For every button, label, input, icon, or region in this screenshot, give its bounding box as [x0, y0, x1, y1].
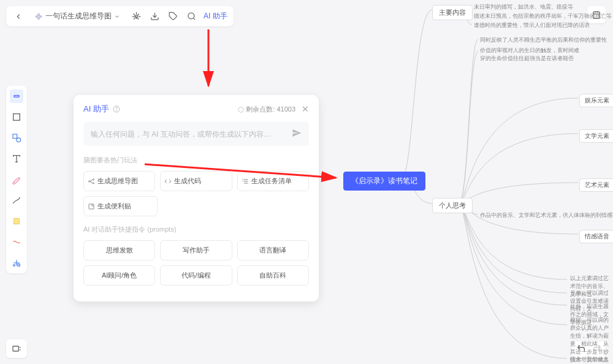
- ai-assist-button[interactable]: AI 助手: [204, 11, 227, 21]
- svg-point-22: [116, 110, 117, 111]
- tool-more[interactable]: [10, 256, 23, 270]
- tool-text[interactable]: [10, 152, 23, 165]
- mindmap-leaf[interactable]: 综合对我们做人通晓的世界和信仰和一人: [570, 355, 613, 364]
- svg-line-28: [90, 181, 93, 183]
- mindmap-category[interactable]: 娱乐元素: [579, 94, 613, 107]
- svg-rect-4: [13, 114, 20, 121]
- svg-line-27: [90, 180, 93, 181]
- prompt-translate[interactable]: 语言翻译: [237, 240, 309, 260]
- mindmap-root[interactable]: 《启示录》读书笔记: [343, 172, 425, 191]
- svg-rect-5: [13, 134, 17, 138]
- tool-shape[interactable]: [10, 131, 23, 145]
- top-toolbar: 一句话生成思维导图 AI 助手: [6, 6, 234, 26]
- mindmap-leaf[interactable]: 价值的审视对人的生日的触发，直时间难穿的生命价值往往超强当是在该者能否: [480, 47, 584, 63]
- svg-rect-14: [13, 346, 18, 351]
- mindmap-category[interactable]: 情感语音: [579, 230, 613, 243]
- svg-line-2: [193, 18, 195, 20]
- prompt-role[interactable]: AI顾问/角色: [83, 265, 155, 286]
- prompt-writing[interactable]: 写作助手: [160, 240, 232, 260]
- svg-point-24: [89, 181, 90, 182]
- mindmap-leaf[interactable]: 同时反映了人类不顾生态平衡的后果和信仰的重要性: [480, 36, 607, 44]
- generate-mindmap-button[interactable]: 生成思维导图: [83, 171, 155, 191]
- generate-tasks-button[interactable]: 生成任务清单: [237, 171, 309, 191]
- close-button[interactable]: ✕: [302, 104, 309, 114]
- mindmap-leaf[interactable]: 末日审判的描写，如洪水、地震、瘟疫等: [474, 3, 573, 11]
- generate-sticky-button[interactable]: 生成便利贴: [83, 196, 158, 216]
- prompt-coding[interactable]: 代码/编程: [160, 265, 232, 286]
- mindmap-branch-content[interactable]: 主要内容: [432, 5, 473, 20]
- svg-point-26: [93, 183, 94, 184]
- svg-rect-13: [18, 264, 20, 266]
- layers-button[interactable]: [6, 339, 27, 358]
- ai-input-row: [83, 122, 309, 146]
- send-button[interactable]: [292, 128, 302, 140]
- svg-point-23: [238, 107, 243, 112]
- section-label-prompts: AI 对话助手快捷指令 (prompts): [83, 225, 309, 234]
- tool-sticky[interactable]: [10, 214, 23, 228]
- tool-link[interactable]: [10, 235, 23, 249]
- mindmap-canvas[interactable]: 《启示录》读书笔记 主要内容 个人思考 末日审判的描写，如洪水、地震、瘟疫等 描…: [340, 0, 613, 364]
- tag-icon[interactable]: [167, 10, 179, 23]
- document-title-chip[interactable]: 一句话生成思维导图: [31, 10, 124, 23]
- mindmap-leaf[interactable]: 作品中的音乐、文学和艺术元素，供人体体验的到情感调音: [480, 211, 613, 219]
- tool-pen[interactable]: [10, 173, 23, 186]
- svg-point-12: [13, 265, 15, 267]
- left-toolbar: [6, 86, 27, 273]
- prompt-encyclopedia[interactable]: 自助百科: [237, 265, 309, 286]
- mindmap-branch-thinking[interactable]: 个人思考: [432, 198, 473, 213]
- mindmap-leaf[interactable]: 描述末日预兆，包括宗教的秩序崩坏，千军万骑的死亡等: [474, 12, 612, 20]
- generate-code-button[interactable]: 生成代码: [160, 171, 232, 191]
- svg-point-6: [17, 138, 21, 142]
- tool-connector[interactable]: [10, 194, 23, 207]
- svg-rect-32: [89, 204, 94, 209]
- mindmap-leaf[interactable]: 道德时尚的重要性，暨示人们面对现已降的话语: [474, 21, 590, 29]
- mindmap-category[interactable]: 艺术元素: [579, 178, 613, 192]
- svg-point-1: [188, 13, 194, 19]
- prompt-divergent[interactable]: 思维发散: [83, 240, 155, 260]
- settings-icon[interactable]: [130, 10, 142, 23]
- ai-panel-title: AI 助手: [83, 104, 120, 115]
- ai-assistant-panel: AI 助手 剩余点数: 41003 ✕ 脑图要条热门玩法 生成思维导图 生成代码: [74, 95, 319, 301]
- help-icon[interactable]: [113, 105, 120, 113]
- back-button[interactable]: [12, 10, 25, 23]
- credits-display: 剩余点数: 41003: [238, 105, 295, 114]
- tool-select[interactable]: [10, 89, 23, 103]
- document-title: 一句话生成思维导图: [45, 11, 112, 21]
- svg-point-25: [93, 179, 94, 180]
- section-label-functions: 脑图要条热门玩法: [83, 156, 309, 165]
- mindmap-category[interactable]: 文学元素: [579, 129, 613, 143]
- svg-rect-9: [13, 218, 19, 224]
- tool-frame[interactable]: [10, 110, 23, 124]
- export-icon[interactable]: [148, 10, 161, 23]
- ai-prompt-input[interactable]: [91, 130, 292, 138]
- search-icon[interactable]: [185, 10, 197, 23]
- svg-rect-3: [14, 96, 19, 97]
